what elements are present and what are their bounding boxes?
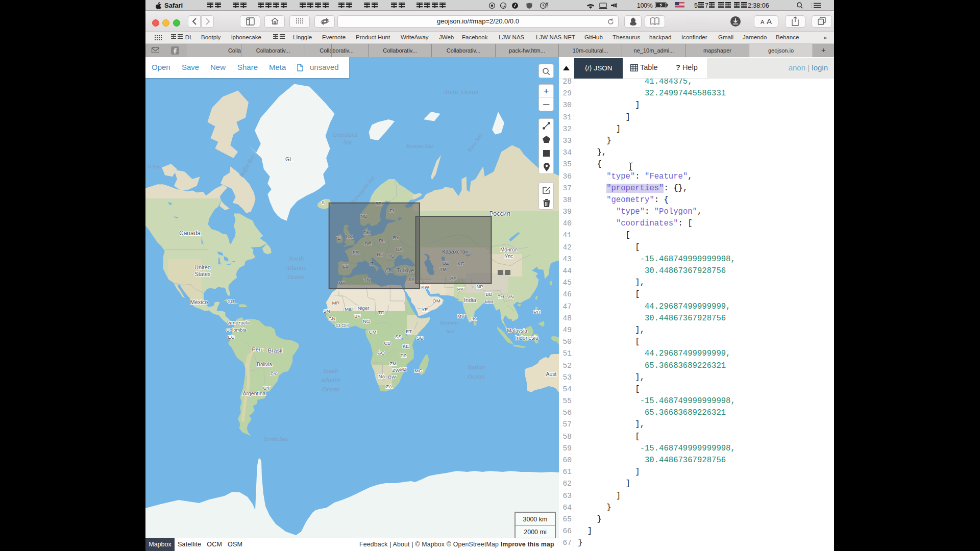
- svg-text:Sea: Sea: [446, 328, 454, 334]
- svg-text:Россия: Россия: [489, 210, 510, 217]
- svg-text:PY: PY: [271, 371, 277, 377]
- svg-text:NA: NA: [378, 373, 385, 379]
- svg-text:BD: BD: [485, 291, 492, 297]
- svg-text:OM: OM: [432, 298, 440, 304]
- svg-text:Canada: Canada: [179, 230, 201, 237]
- svg-text:Arctic Ocean: Arctic Ocean: [443, 88, 478, 95]
- svg-text:Ocean: Ocean: [287, 273, 305, 281]
- svg-text:Indian: Indian: [467, 363, 485, 371]
- svg-text:UY: UY: [263, 385, 270, 391]
- svg-text:Scotia Sea: Scotia Sea: [264, 436, 288, 442]
- svg-text:TZ: TZ: [400, 353, 406, 358]
- svg-text:Brasil: Brasil: [268, 347, 283, 354]
- svg-text:GL: GL: [285, 156, 292, 162]
- svg-text:North: North: [288, 255, 304, 262]
- svg-text:PH: PH: [533, 309, 540, 315]
- svg-text:States: States: [194, 271, 211, 277]
- svg-text:ET: ET: [406, 329, 412, 334]
- svg-text:AO: AO: [378, 350, 385, 356]
- svg-text:CM: CM: [369, 329, 377, 335]
- svg-text:PK: PK: [457, 286, 464, 292]
- svg-text:EC: EC: [228, 334, 234, 340]
- svg-text:NP: NP: [476, 284, 483, 289]
- svg-text:ZM: ZM: [389, 361, 397, 366]
- svg-text:Mali: Mali: [345, 306, 353, 312]
- svg-text:Niger: Niger: [358, 305, 370, 311]
- svg-text:Greenland: Greenland: [333, 132, 358, 138]
- svg-text:rt Sea: rt Sea: [148, 163, 161, 169]
- svg-text:CU: CU: [228, 299, 234, 304]
- svg-text:SO: SO: [416, 335, 424, 341]
- svg-text:TD: TD: [378, 310, 385, 315]
- svg-text:BW: BW: [388, 374, 396, 380]
- svg-text:Indonesia: Indonesia: [515, 335, 538, 341]
- svg-text:Atlantic: Atlantic: [285, 264, 306, 271]
- svg-text:GN: GN: [328, 316, 335, 321]
- svg-text:Монгол: Монгол: [500, 247, 518, 253]
- svg-text:MZ: MZ: [400, 366, 407, 372]
- svg-text:TH: TH: [498, 294, 504, 299]
- svg-text:ZA: ZA: [386, 384, 393, 389]
- svg-text:Arabian: Arabian: [439, 319, 458, 325]
- svg-text:SS: SS: [395, 334, 402, 339]
- svg-text:South: South: [323, 367, 338, 374]
- svg-text:YE: YE: [422, 307, 428, 312]
- svg-text:KW: KW: [421, 284, 429, 290]
- svg-text:Ocean: Ocean: [322, 385, 339, 393]
- svg-text:Bolivia: Bolivia: [257, 362, 272, 367]
- svg-text:KE: KE: [403, 343, 409, 349]
- svg-text:Улс: Улс: [505, 254, 513, 259]
- svg-text:Argentina: Argentina: [243, 390, 266, 396]
- svg-text:Ocean: Ocean: [468, 372, 485, 380]
- svg-text:S: S: [322, 199, 325, 205]
- svg-text:VN: VN: [507, 294, 513, 299]
- svg-text:MM: MM: [485, 299, 493, 305]
- svg-text:United: United: [194, 264, 211, 270]
- svg-text:GH: GH: [341, 322, 349, 328]
- svg-text:Colombia: Colombia: [226, 327, 247, 333]
- svg-text:Malaysia: Malaysia: [507, 328, 527, 334]
- svg-text:NG: NG: [363, 318, 370, 324]
- svg-text:México: México: [190, 299, 208, 305]
- svg-text:Venezuela: Venezuela: [227, 320, 250, 325]
- svg-text:CD: CD: [384, 340, 391, 346]
- svg-text:SN: SN: [323, 308, 330, 314]
- svg-text:Aust: Aust: [546, 371, 556, 377]
- svg-text:LK: LK: [470, 316, 476, 321]
- svg-text:Sea: Sea: [344, 139, 352, 145]
- svg-text:Borents Sea: Borents Sea: [406, 143, 433, 149]
- svg-text:BF: BF: [354, 313, 360, 319]
- svg-text:Atlantic: Atlantic: [320, 376, 341, 384]
- svg-text:MR: MR: [332, 300, 340, 306]
- svg-text:MG: MG: [414, 368, 422, 373]
- svg-text:ZW: ZW: [393, 367, 400, 373]
- svg-text:MV: MV: [457, 313, 465, 319]
- svg-text:CI: CI: [335, 322, 340, 328]
- svg-text:Peru: Peru: [252, 346, 263, 353]
- svg-text:India: India: [464, 297, 477, 303]
